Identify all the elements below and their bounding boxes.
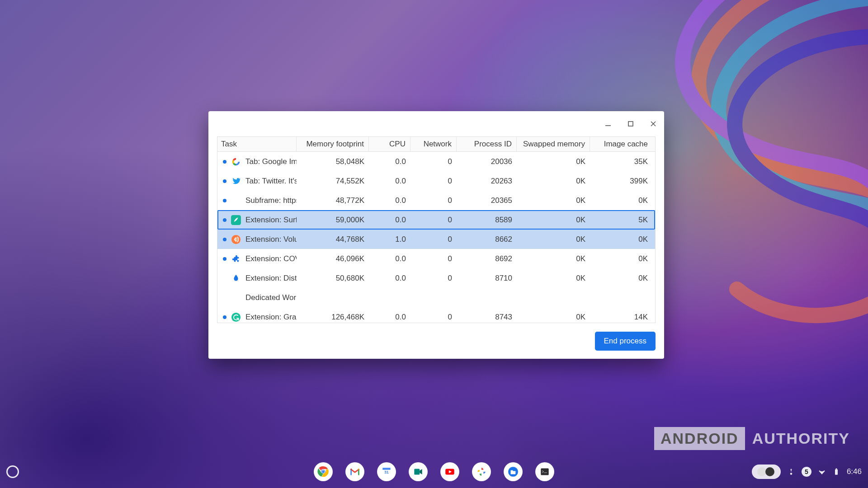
table-row[interactable]: Dedicated Worke [217, 288, 655, 307]
grammarly-icon [231, 312, 241, 322]
launcher-button[interactable] [6, 465, 19, 478]
cell-cpu: 0.0 [369, 274, 410, 283]
terminal-icon[interactable] [535, 462, 554, 481]
cell-memory: 44,768K [297, 235, 369, 244]
svg-rect-24 [835, 469, 837, 469]
col-pid[interactable]: Process ID [457, 137, 517, 151]
calendar-icon[interactable]: 31 [377, 462, 396, 481]
cell-swap: 0K [517, 196, 590, 205]
cell-pid: 20365 [457, 196, 517, 205]
svg-point-21 [765, 467, 774, 476]
table-row[interactable]: Extension: Disti50,680K0.0087100K0K [217, 268, 655, 288]
process-dot [223, 257, 226, 261]
table-row[interactable]: Tab: Twitter. It's74,552K0.00202630K399K [217, 171, 655, 191]
table-row[interactable]: Extension: Gram126,468K0.0087430K14K [217, 307, 655, 323]
minimize-button[interactable] [602, 117, 614, 130]
no-icon [231, 293, 241, 303]
watermark-boxed: ANDROID [654, 427, 745, 450]
col-imgcache[interactable]: Image cache [590, 137, 652, 151]
battery-icon[interactable] [832, 468, 840, 476]
tray-avatars[interactable] [752, 465, 781, 479]
task-cell: Extension: COVI [217, 254, 297, 264]
svg-point-22 [790, 473, 793, 475]
cell-memory: 74,552K [297, 177, 369, 186]
cell-pid: 8692 [457, 254, 517, 263]
cell-imgcache: 0K [590, 235, 652, 244]
window-titlebar [208, 111, 664, 136]
svg-rect-1 [628, 122, 633, 126]
col-task[interactable]: Task [217, 137, 297, 151]
col-memory[interactable]: Memory footprint [297, 137, 369, 151]
no-icon [231, 196, 241, 206]
cell-imgcache: 14K [590, 313, 652, 322]
cell-memory: 126,468K [297, 313, 369, 322]
task-cell: Extension: Volu [217, 235, 297, 244]
close-button[interactable] [647, 117, 660, 130]
end-process-button[interactable]: End process [595, 332, 656, 351]
task-cell: Subframe: https [217, 196, 297, 206]
clock[interactable]: 6:46 [847, 467, 862, 476]
cell-pid: 20263 [457, 177, 517, 186]
gmail-icon[interactable] [345, 462, 364, 481]
cell-cpu: 0.0 [369, 196, 410, 205]
notifications-badge[interactable]: 5 [802, 467, 811, 477]
cell-pid: 20036 [457, 157, 517, 166]
cell-network: 0 [410, 177, 457, 186]
cell-imgcache: 0K [590, 254, 652, 263]
files-icon[interactable] [504, 462, 523, 481]
task-cell: Tab: Twitter. It's [217, 176, 297, 186]
watermark: ANDROID AUTHORITY [654, 427, 850, 450]
col-network[interactable]: Network [410, 137, 457, 151]
task-label: Tab: Google Ima [245, 157, 297, 166]
cell-memory: 48,772K [297, 196, 369, 205]
shelf: 31 5 6:46 [0, 455, 868, 488]
google-icon [231, 157, 241, 167]
cell-swap: 0K [517, 157, 590, 166]
wifi-icon[interactable] [818, 468, 826, 476]
cell-pid: 8743 [457, 313, 517, 322]
col-swapped[interactable]: Swapped memory [517, 137, 590, 151]
task-manager-window: Task Memory footprint CPU Network Proces… [208, 111, 664, 359]
process-dot [223, 160, 226, 164]
cell-memory: 59,000K [297, 216, 369, 225]
task-label: Extension: Disti [245, 274, 297, 283]
meet-icon[interactable] [409, 462, 428, 481]
youtube-icon[interactable] [440, 462, 459, 481]
task-label: Subframe: https [245, 196, 297, 205]
window-footer: End process [208, 323, 664, 359]
svg-point-6 [231, 235, 241, 244]
table-row[interactable]: Extension: Surfs59,000K0.0085890K5K [217, 210, 655, 230]
task-cell: Extension: Surfs [217, 215, 297, 225]
svg-rect-23 [835, 469, 838, 475]
table-row[interactable]: Extension: COVI46,096K0.0086920K0K [217, 249, 655, 268]
task-label: Extension: Gram [245, 313, 297, 322]
cell-network: 0 [410, 313, 457, 322]
cell-swap: 0K [517, 177, 590, 186]
table-row[interactable]: Subframe: https48,772K0.00203650K0K [217, 191, 655, 210]
svg-point-11 [322, 470, 325, 473]
table-row[interactable]: Tab: Google Ima58,048K0.00200360K35K [217, 152, 655, 171]
puzzle-icon [231, 254, 241, 264]
cell-network: 0 [410, 254, 457, 263]
svg-point-7 [231, 312, 241, 321]
task-cell: Dedicated Worke [217, 293, 297, 303]
svg-rect-14 [382, 468, 390, 469]
cell-cpu: 0.0 [369, 177, 410, 186]
cell-memory: 50,680K [297, 274, 369, 283]
table-row[interactable]: Extension: Volu44,768K1.0086620K0K [217, 230, 655, 249]
process-dot [223, 315, 226, 319]
photos-icon[interactable] [472, 462, 491, 481]
svg-rect-19 [541, 468, 548, 475]
cell-network: 0 [410, 157, 457, 166]
chrome-icon[interactable] [314, 462, 333, 481]
cell-imgcache: 35K [590, 157, 652, 166]
task-cell: Extension: Disti [217, 273, 297, 283]
cell-pid: 8662 [457, 235, 517, 244]
task-cell: Extension: Gram [217, 312, 297, 322]
col-cpu[interactable]: CPU [369, 137, 410, 151]
system-tray[interactable]: 5 6:46 [752, 465, 862, 479]
cell-swap: 0K [517, 216, 590, 225]
maximize-button[interactable] [624, 117, 637, 130]
updates-icon[interactable] [787, 468, 795, 476]
cell-cpu: 0.0 [369, 313, 410, 322]
